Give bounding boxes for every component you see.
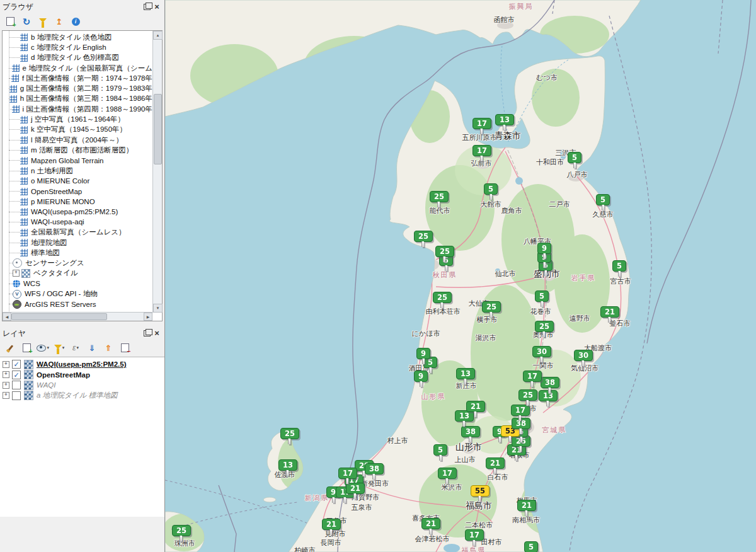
layer-row[interactable]: +WAQI: [0, 380, 164, 391]
aqi-marker[interactable]: 5: [484, 183, 498, 195]
browser-tree-item[interactable]: ArcGIS REST Servers: [3, 299, 152, 309]
browser-tree-item[interactable]: Mapzen Global Terrain: [3, 156, 152, 166]
browser-tree-item[interactable]: e 地理院タイル（全国最新写真（シーム: [3, 63, 152, 73]
aqi-marker[interactable]: 9: [537, 243, 551, 254]
aqi-marker[interactable]: 17: [523, 371, 542, 382]
browser-tree-item[interactable]: j 空中写真（1961～1964年）: [3, 114, 152, 124]
browser-tree-item[interactable]: 地理院地図: [3, 238, 152, 248]
aqi-marker[interactable]: 25: [433, 292, 452, 303]
aqi-marker[interactable]: 21: [517, 500, 536, 511]
expand-icon[interactable]: +: [3, 392, 9, 399]
aqi-marker[interactable]: 5: [568, 152, 581, 163]
browser-tree-item[interactable]: d 地理院タイル 色別標高図: [3, 53, 152, 63]
browser-tree-item[interactable]: l 簡易空中写真（2004年～）: [3, 135, 152, 145]
aqi-marker[interactable]: 25: [430, 191, 449, 202]
aqi-marker[interactable]: 21: [486, 457, 505, 469]
expand-icon[interactable]: +: [3, 371, 9, 378]
browser-tree-item[interactable]: i 国土画像情報（第四期：1988～1990年: [3, 104, 152, 114]
add-group-icon[interactable]: [20, 342, 33, 354]
browser-close-button[interactable]: ×: [152, 3, 162, 11]
browser-tree-item[interactable]: n 土地利用図: [3, 166, 152, 176]
browser-tree-item[interactable]: 標準地図: [3, 248, 152, 258]
aqi-marker[interactable]: 30: [574, 350, 593, 361]
aqi-marker[interactable]: 9: [414, 371, 428, 382]
aqi-marker[interactable]: 17: [472, 145, 491, 156]
layer-visibility-checkbox[interactable]: [12, 381, 21, 389]
layer-visibility-checkbox[interactable]: [12, 391, 21, 400]
filter-legend-icon[interactable]: ▾: [53, 342, 66, 354]
aqi-marker[interactable]: 25: [414, 231, 433, 242]
scroll-left-icon[interactable]: ◀: [3, 313, 11, 321]
aqi-marker[interactable]: 5: [535, 290, 549, 302]
aqi-marker[interactable]: 17: [472, 118, 491, 129]
layer-row[interactable]: +✓OpenStreetMap: [0, 370, 164, 381]
filter-browser-icon[interactable]: [37, 15, 49, 28]
aqi-marker[interactable]: 5: [524, 541, 538, 552]
browser-tree-item[interactable]: +ベクタタイル: [3, 268, 152, 279]
aqi-marker[interactable]: 5: [612, 260, 626, 272]
aqi-marker[interactable]: 25: [535, 321, 554, 332]
browser-tree-item[interactable]: OpenStreetMap: [3, 186, 152, 196]
browser-tree-item[interactable]: k 空中写真（1945～1950年）: [3, 125, 152, 135]
browser-vertical-scrollbar[interactable]: ▲ ▼: [152, 31, 162, 313]
browser-tree-item[interactable]: o MIERUNE Color: [3, 176, 152, 186]
aqi-marker[interactable]: 38: [541, 377, 559, 388]
collapse-all-icon[interactable]: ↥: [53, 15, 66, 28]
layer-row[interactable]: +✓WAQI(usepa-pm25:PM2.5): [0, 359, 164, 370]
browser-tree-item[interactable]: WAQI(usepa-pm25:PM2.5): [3, 207, 152, 217]
layers-close-button[interactable]: ×: [152, 329, 162, 338]
aqi-marker[interactable]: 17: [338, 468, 357, 479]
properties-icon[interactable]: i: [69, 15, 82, 28]
browser-tree-item[interactable]: h 国土画像情報（第三期：1984～1986年: [3, 94, 152, 104]
open-layer-styling-icon[interactable]: [4, 342, 16, 354]
scroll-right-icon[interactable]: ▶: [144, 313, 152, 321]
browser-tree-item[interactable]: 全国最新写真（シームレス）: [3, 227, 152, 238]
expand-icon[interactable]: +: [13, 270, 20, 277]
browser-float-button[interactable]: [142, 3, 152, 11]
aqi-marker[interactable]: 25: [172, 525, 191, 536]
aqi-marker[interactable]: 21: [600, 306, 619, 318]
browser-tree-item[interactable]: WCS: [3, 279, 152, 289]
panel-splitter[interactable]: [0, 321, 164, 326]
manage-map-themes-icon[interactable]: ▾: [37, 342, 49, 354]
aqi-marker[interactable]: 30: [532, 346, 551, 357]
aqi-marker[interactable]: 55: [471, 485, 490, 497]
aqi-marker[interactable]: 17: [438, 468, 457, 479]
expand-icon[interactable]: +: [3, 382, 9, 389]
browser-tree-item[interactable]: センサーシングス: [3, 258, 152, 268]
aqi-marker[interactable]: 17: [465, 529, 484, 541]
browser-tree-item[interactable]: g 国土画像情報（第二期：1979～1983年: [3, 83, 152, 93]
browser-tree-item[interactable]: f 国土画像情報（第一期：1974～1978年: [3, 73, 152, 83]
aqi-marker[interactable]: 21: [421, 518, 440, 529]
aqi-marker[interactable]: 38: [461, 426, 480, 437]
aqi-marker[interactable]: 25: [518, 389, 537, 401]
browser-tree-item[interactable]: c 地理院タイル English: [3, 42, 152, 52]
add-layer-icon[interactable]: [4, 15, 16, 28]
layer-visibility-checkbox[interactable]: ✓: [12, 360, 21, 369]
scroll-up-icon[interactable]: ▲: [153, 31, 163, 40]
horizontal-scroll-thumb[interactable]: [11, 313, 107, 320]
collapse-all-layers-icon[interactable]: ⇑: [102, 342, 115, 354]
aqi-marker[interactable]: 25: [280, 428, 299, 439]
aqi-marker[interactable]: 17: [511, 405, 530, 416]
layer-visibility-checkbox[interactable]: ✓: [12, 371, 21, 379]
aqi-marker[interactable]: 21: [346, 483, 365, 494]
aqi-marker[interactable]: 9: [416, 348, 430, 359]
aqi-marker[interactable]: 5: [596, 194, 610, 205]
aqi-marker[interactable]: 25: [435, 246, 454, 257]
filter-by-expression-icon[interactable]: ε▾: [69, 342, 82, 354]
aqi-marker[interactable]: 5: [433, 444, 447, 456]
layer-row[interactable]: +a 地理院タイル 標準地図: [0, 391, 164, 401]
remove-layer-icon[interactable]: [118, 342, 131, 354]
browser-tree-item[interactable]: p MIERUNE MONO: [3, 197, 152, 207]
aqi-marker[interactable]: 21: [466, 401, 485, 412]
expand-all-icon[interactable]: ⇓: [86, 342, 98, 354]
refresh-icon[interactable]: ↻: [20, 15, 33, 28]
aqi-marker[interactable]: 13: [456, 368, 475, 379]
layers-float-button[interactable]: [142, 329, 152, 338]
browser-tree-item[interactable]: b 地理院タイル 淡色地図: [3, 32, 152, 42]
aqi-marker[interactable]: 21: [322, 519, 341, 530]
expand-icon[interactable]: +: [3, 361, 9, 368]
map-canvas[interactable]: 函館市振興局むつ市青森市五所川原市三沢市十和田市八戸市弘前市大館市鹿角市二戸市能…: [165, 0, 756, 552]
browser-horizontal-scrollbar[interactable]: ◀ ▶: [3, 312, 152, 321]
